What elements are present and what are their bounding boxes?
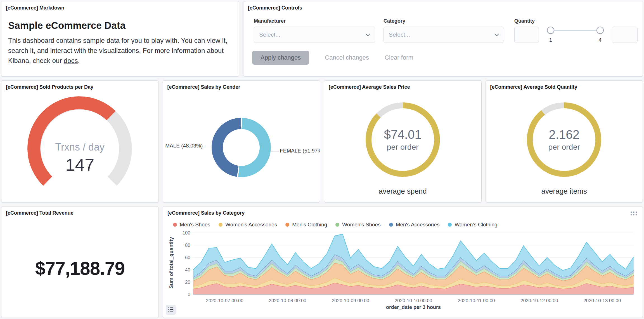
quantity-sub-label: per order	[548, 143, 580, 152]
gauge-body: Trxns / day 147	[1, 93, 158, 202]
svg-text:2020-10-13 00:00: 2020-10-13 00:00	[583, 298, 621, 303]
legend-label: Men's Shoes	[180, 222, 210, 228]
row-top: [eCommerce] Markdown Sample eCommerce Da…	[1, 1, 643, 76]
quantity-min-input[interactable]	[514, 27, 539, 43]
panel-sold-products-per-day: [eCommerce] Sold Products per Day Trxns …	[1, 80, 159, 202]
legend-item[interactable]: Women's Clothing	[448, 222, 497, 228]
quantity-goal-body: 2.162 per order average items	[486, 93, 643, 202]
svg-text:80: 80	[185, 243, 190, 248]
legend-item[interactable]: Men's Shoes	[173, 222, 210, 228]
category-area-chart: 0204060801002020-10-07 00:002020-10-08 0…	[177, 231, 638, 304]
panel-controls: [eCommerce] Controls Manufacturer Select…	[243, 1, 643, 76]
svg-text:2020-10-09 00:00: 2020-10-09 00:00	[332, 298, 369, 303]
category-select[interactable]: Select...	[383, 27, 504, 43]
price-goal-body: $74.01 per order average spend	[324, 93, 481, 202]
markdown-heading: Sample eCommerce Data	[8, 20, 232, 31]
panel-average-sold-quantity: [eCommerce] Average Sold Quantity 2.162 …	[486, 80, 643, 202]
y-axis-title: Sum of total_quantity	[169, 231, 174, 294]
x-axis-title: order_date per 3 hours	[193, 304, 634, 310]
donut-hole	[223, 129, 260, 166]
quantity-ring: 2.162 per order	[527, 102, 601, 177]
quantity-ring-text: 2.162 per order	[527, 102, 601, 177]
quantity-min-value: 1	[547, 37, 554, 43]
svg-text:20: 20	[185, 280, 190, 285]
panel-markdown: [eCommerce] Markdown Sample eCommerce Da…	[1, 1, 239, 76]
legend-label: Women's Shoes	[342, 222, 380, 228]
legend-color-dot	[219, 223, 222, 227]
manufacturer-select[interactable]: Select...	[254, 27, 375, 43]
svg-text:2020-10-11 00:00: 2020-10-11 00:00	[458, 298, 495, 303]
markdown-text-1: This dashboard contains sample data for …	[8, 37, 227, 64]
gender-donut[interactable]	[212, 118, 271, 177]
gauge-metric-label: Trxns / day	[14, 141, 146, 153]
row-middle: [eCommerce] Sold Products per Day Trxns …	[1, 80, 643, 202]
legend-color-dot	[389, 223, 393, 227]
dashboard: [eCommerce] Markdown Sample eCommerce Da…	[0, 0, 644, 319]
chevron-down-icon	[494, 32, 500, 38]
legend-color-dot	[335, 223, 339, 227]
quantity-value: 2.162	[549, 128, 579, 142]
legend-label: Men's Accessories	[396, 222, 440, 228]
svg-text:2020-10-08 00:00: 2020-10-08 00:00	[269, 298, 306, 303]
male-slice-label: MALE (48.03%)	[165, 143, 203, 149]
panel-total-revenue: [eCommerce] Total Revenue $77,188.79	[1, 206, 159, 318]
revenue-body: $77,188.79	[1, 219, 158, 318]
price-ring-text: $74.01 per order	[366, 102, 440, 177]
legend-item[interactable]: Men's Accessories	[389, 222, 440, 228]
panel-title: [eCommerce] Markdown	[1, 1, 239, 11]
legend-item[interactable]: Women's Accessories	[219, 222, 277, 228]
docs-link[interactable]: docs	[64, 57, 78, 64]
panel-title: [eCommerce] Sales by Gender	[163, 81, 320, 90]
legend-item[interactable]: Men's Clothing	[285, 222, 327, 228]
panel-sales-by-gender: [eCommerce] Sales by Gender MALE (48.03%…	[163, 80, 320, 202]
markdown-text-2: .	[78, 57, 80, 64]
revenue-metric-value: $77,188.79	[35, 258, 125, 279]
gauge-metric-value: 147	[14, 155, 146, 175]
legend-label: Women's Clothing	[454, 222, 497, 228]
legend-toggle-button[interactable]	[166, 305, 176, 315]
category-chart-area: Sum of total_quantity 0204060801002020-1…	[167, 231, 639, 315]
category-label: Category	[383, 18, 405, 24]
markdown-paragraph: This dashboard contains sample data for …	[8, 36, 232, 66]
gauge-chart: Trxns / day 147	[14, 92, 146, 202]
svg-text:2020-10-12 00:00: 2020-10-12 00:00	[520, 298, 558, 303]
panel-options-icon[interactable]	[630, 210, 638, 217]
row-bottom: [eCommerce] Total Revenue $77,188.79 [eC…	[1, 206, 643, 318]
quantity-max-value: 4	[596, 37, 604, 43]
panel-title: [eCommerce] Average Sold Quantity	[486, 81, 643, 90]
clear-form-button[interactable]: Clear form	[385, 54, 413, 61]
svg-text:2020-10-07 00:00: 2020-10-07 00:00	[206, 298, 243, 303]
panel-title: [eCommerce] Average Sales Price	[324, 81, 481, 90]
quantity-slider-max-thumb[interactable]	[596, 27, 604, 34]
price-ring: $74.01 per order	[366, 102, 440, 177]
legend-label: Women's Accessories	[225, 222, 277, 228]
price-caption: average spend	[379, 187, 427, 196]
gender-body: MALE (48.03%) FEMALE (51.97%)	[163, 93, 320, 202]
panel-average-sales-price: [eCommerce] Average Sales Price $74.01 p…	[324, 80, 482, 202]
price-value: $74.01	[384, 128, 422, 142]
controls-body: Manufacturer Select... Category Select..…	[243, 1, 643, 76]
markdown-body: Sample eCommerce Data This dashboard con…	[1, 11, 239, 66]
legend-label: Men's Clothing	[292, 222, 327, 228]
female-slice-label: FEMALE (51.97%)	[280, 148, 320, 154]
panel-title: [eCommerce] Sales by Category	[163, 207, 643, 216]
svg-text:100: 100	[183, 231, 190, 236]
quantity-max-input[interactable]	[612, 27, 638, 43]
cancel-changes-button[interactable]: Cancel changes	[325, 54, 369, 61]
female-slice-line	[271, 151, 279, 151]
panel-title: [eCommerce] Sold Products per Day	[1, 81, 158, 90]
controls-buttons: Apply changes Cancel changes Clear form	[252, 51, 413, 65]
select-placeholder: Select...	[384, 27, 504, 43]
quantity-slider-track[interactable]	[547, 30, 604, 31]
panel-title: [eCommerce] Total Revenue	[1, 207, 158, 216]
gauge-text: Trxns / day 147	[14, 141, 146, 175]
svg-text:2020-10-10 00:00: 2020-10-10 00:00	[395, 298, 432, 303]
legend-item[interactable]: Women's Shoes	[335, 222, 380, 228]
apply-changes-button[interactable]: Apply changes	[252, 51, 309, 65]
svg-text:60: 60	[185, 255, 190, 260]
category-legend: Men's ShoesWomen's AccessoriesMen's Clot…	[173, 222, 498, 228]
quantity-slider-min-thumb[interactable]	[547, 27, 554, 34]
panel-sales-by-category: [eCommerce] Sales by Category Men's Shoe…	[163, 206, 643, 318]
manufacturer-label: Manufacturer	[254, 18, 286, 24]
male-slice-line	[204, 146, 211, 146]
